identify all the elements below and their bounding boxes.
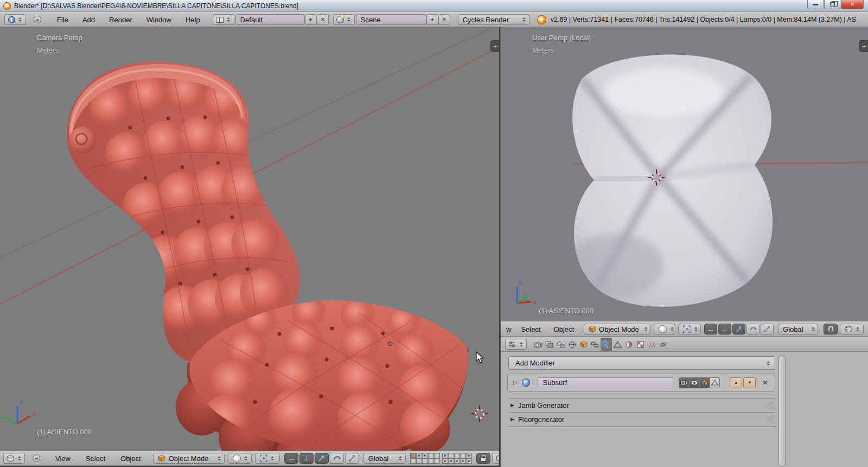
menu-object[interactable]: Object [547,325,581,333]
scrollbar-track[interactable] [778,355,786,467]
restore-button[interactable] [824,0,840,9]
translate-manipulator-button[interactable] [299,453,314,464]
tab-scene[interactable] [555,338,566,351]
layers-group-2[interactable] [442,453,472,464]
toggle-viewport-visibility[interactable] [689,377,699,388]
scale-icon [348,455,356,462]
toggle-editmode-display[interactable] [699,377,710,388]
chair-object[interactable] [67,62,468,451]
layers-group-1[interactable] [410,453,440,464]
menu-help[interactable]: Help [178,16,207,24]
editor-type-button-3dview[interactable] [3,453,25,464]
collapse-menus-icon[interactable] [33,455,40,462]
region-toggle-tab[interactable]: + [490,40,499,52]
menu-add[interactable]: Add [75,16,102,24]
close-button[interactable]: × [841,0,864,9]
screen-layout-name: Default [240,16,302,24]
scene-icon [557,341,565,348]
mode-select[interactable]: Object Mode [153,453,225,464]
cushion-object[interactable] [566,54,773,307]
manipulator-toggle[interactable]: ↔ [284,453,298,464]
pivot-select[interactable] [678,324,701,335]
delete-layout-button[interactable]: × [317,14,329,25]
editor-type-button-properties[interactable] [505,339,527,350]
move-modifier-down-button[interactable]: ▼ [743,377,756,388]
shading-select[interactable] [228,453,252,464]
minimize-button[interactable] [807,0,824,9]
shading-select[interactable] [654,324,675,335]
lock-to-scene-button[interactable] [476,453,490,464]
menu-file[interactable]: File [50,16,75,24]
menu-select[interactable]: Select [78,455,113,463]
viewport-3d-left[interactable]: z x y Camera Persp Meters (1) ASIENTO.00… [0,27,499,451]
add-modifier-button[interactable]: Add Modifier [508,356,775,370]
panel-drag-grip[interactable] [767,415,775,424]
menu-view[interactable]: View [48,455,78,463]
world-icon [569,341,576,348]
viewport-header-left: View Select Object Object Mode ↔ [0,451,499,466]
region-toggle-tab[interactable]: + [859,40,868,52]
menu-window[interactable]: Window [139,16,178,24]
transform-orientation-select[interactable]: Global [363,453,406,464]
mode-select[interactable]: Object Mode [584,324,651,335]
tab-object-data[interactable] [612,338,623,351]
menu-select[interactable]: Select [514,325,547,333]
tab-render[interactable] [532,338,544,351]
scale-manipulator-button[interactable] [345,453,359,464]
screen-layout-field[interactable]: Default [235,14,305,25]
panel-expand-icon: ▶ [510,416,514,422]
tab-texture[interactable] [635,338,646,351]
panel-floorgenerator[interactable]: ▶ Floorgenerator [510,413,775,425]
tab-world[interactable] [566,338,578,351]
toggle-cage-display[interactable] [710,377,720,388]
panel-expand-icon: ▶ [510,402,514,408]
add-scene-button[interactable]: + [426,14,438,25]
modifier-subsurf-box: ▷ Subsurf [507,374,775,392]
rotate-manipulator-button[interactable] [330,453,344,464]
collapse-menus-icon[interactable] [34,16,41,23]
transform-orientation-select[interactable]: Global [778,324,818,335]
rotate-manipulator-button[interactable] [746,324,760,335]
move-modifier-up-button[interactable]: ▲ [730,377,742,388]
tab-material[interactable] [623,338,635,351]
tab-render-layers[interactable] [544,338,555,351]
screen-layout-browse-button[interactable] [213,14,234,25]
expand-modifier-icon[interactable]: ▷ [513,379,518,386]
render-engine-name: Cycles Render [463,16,519,24]
layers-widget[interactable] [410,453,472,464]
render-opengl-button[interactable] [840,324,864,335]
panel-drag-grip[interactable] [767,401,775,409]
tab-object[interactable] [578,338,589,351]
delete-modifier-button[interactable]: × [762,377,768,388]
titlebar[interactable]: Blender* [D:\SALVAS Blender\PEGA\8-NOVIE… [0,0,868,12]
chevron-updown-icon [669,325,674,333]
editor-type-button-info[interactable] [4,14,26,25]
translate-manipulator-button[interactable] [718,324,731,335]
tab-particles[interactable] [646,338,658,351]
menu-view-clipped[interactable]: w [503,325,514,333]
panel-jamb-generator[interactable]: ▶ Jamb Generator [510,399,775,411]
manipulator-toggle[interactable]: ↔ [704,324,717,335]
toggle-render-visibility[interactable] [679,377,689,388]
menu-object[interactable]: Object [113,455,149,463]
tab-modifiers[interactable] [601,338,612,351]
tab-constraints[interactable] [589,338,601,351]
translate-arrow-button[interactable] [732,324,745,335]
scene-field[interactable]: Scene [356,14,426,25]
viewport-3d-right[interactable]: z x y User Persp (Local) Meters (1) ASIE… [501,27,868,321]
scale-manipulator-button[interactable] [761,324,774,335]
add-layout-button[interactable]: + [305,14,317,25]
proportional-edit-button[interactable] [492,453,499,464]
tab-physics[interactable] [658,338,669,351]
modifier-name-field[interactable]: Subsurf [538,377,673,388]
delete-scene-button[interactable]: × [438,14,450,25]
translate-arrow-button[interactable] [315,453,329,464]
axis-icon [722,325,728,333]
menu-render[interactable]: Render [102,16,139,24]
scene-browse-button[interactable] [333,14,355,25]
panel-title: Floorgenerator [518,415,767,424]
pivot-select[interactable] [255,453,280,464]
snap-button[interactable] [824,324,838,335]
render-engine-select[interactable]: Cycles Render [458,14,529,25]
scrollbar-thumb[interactable] [778,356,786,466]
